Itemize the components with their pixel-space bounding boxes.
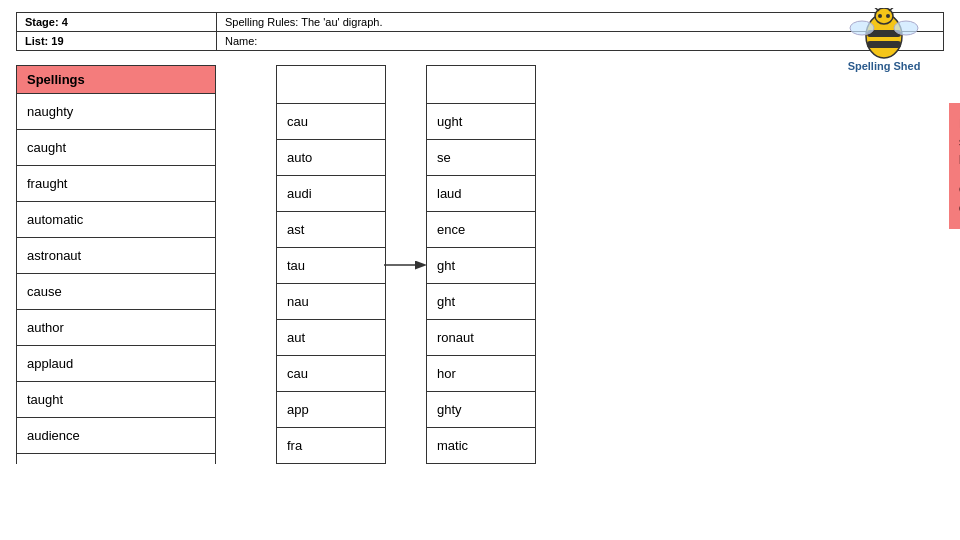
prefix-item: cau [277,104,385,140]
suffix-item: ght [427,284,535,320]
list-item: audience [17,418,215,454]
list-item: caught [17,130,215,166]
svg-point-9 [894,21,918,35]
list-item: astronaut [17,238,215,274]
suffix-item: ghty [427,392,535,428]
suffix-item: ght [427,248,535,284]
list-item: naughty [17,94,215,130]
list-item: automatic [17,202,215,238]
svg-rect-2 [867,41,901,48]
list-item: applaud [17,346,215,382]
suffix-item: ence [427,212,535,248]
prefix-item: fra [277,428,385,464]
svg-line-4 [872,8,879,11]
prefix-item: tau [277,248,385,284]
header-table: Stage: 4 List: 19 Spelling Rules: The 'a… [16,12,944,51]
list-label: List: 19 [25,35,95,47]
prefix-item: auto [277,140,385,176]
prefix-item: ast [277,212,385,248]
list-item: taught [17,382,215,418]
suffix-item: ught [427,104,535,140]
prefix-item: nau [277,284,385,320]
svg-line-6 [889,8,896,11]
header-left: Stage: 4 List: 19 [17,13,217,50]
svg-point-8 [850,21,874,35]
suffix-item: hor [427,356,535,392]
spellings-column: Spellings naughty caught fraught automat… [16,65,216,464]
stage-label: Stage: 4 [25,16,95,28]
suffix-item: laud [427,176,535,212]
list-item: cause [17,274,215,310]
prefix-item: cau [277,356,385,392]
list-row: List: 19 [17,32,216,50]
suffix-header-blank [427,66,535,104]
spellings-header: Spellings [17,66,215,94]
svg-point-11 [886,14,890,18]
suffix-column: ught se laud ence ght ght ronaut hor ght… [426,65,536,464]
suffix-item: se [427,140,535,176]
svg-point-10 [878,14,882,18]
suffix-item: matic [427,428,535,464]
prefix-item: aut [277,320,385,356]
info-box: Match each half of the spellings with a … [949,103,960,229]
list-item: fraught [17,166,215,202]
main-content: Spellings naughty caught fraught automat… [16,65,944,464]
rules-label: Spelling Rules: The 'au' digraph. [225,16,383,28]
list-item: author [17,310,215,346]
prefix-item: audi [277,176,385,212]
prefix-column: cau auto audi ast tau nau aut cau app fr… [276,65,386,464]
prefix-item: app [277,392,385,428]
name-label: Name: [225,35,257,47]
stage-row: Stage: 4 [17,13,216,32]
prefix-header-blank [277,66,385,104]
suffix-item: ronaut [427,320,535,356]
